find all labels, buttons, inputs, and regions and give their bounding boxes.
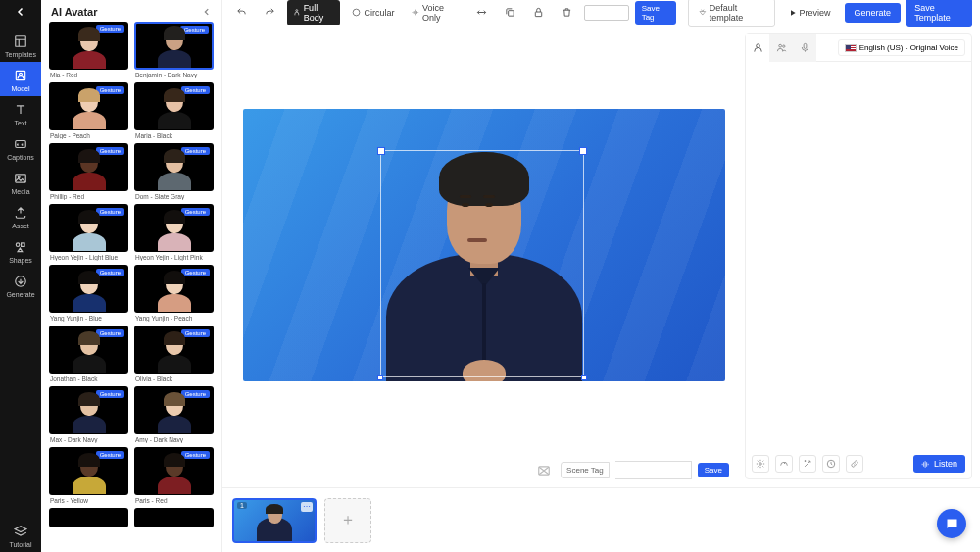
text-icon: [13, 102, 28, 118]
avatar-card[interactable]: Gesture: [134, 447, 214, 495]
shapes-icon: [13, 239, 28, 255]
svg-rect-0: [16, 36, 26, 47]
rail-label: Templates: [5, 51, 36, 58]
avatar-card[interactable]: Gesture: [134, 265, 214, 313]
rail-label: Text: [15, 120, 27, 126]
svg-point-9: [296, 10, 298, 12]
rail-label: Model: [11, 85, 29, 92]
avatar-caption: Paige - Peach: [49, 130, 128, 139]
svg-point-15: [778, 44, 781, 47]
avatar-card[interactable]: Gesture: [49, 265, 128, 313]
circular-label: Circular: [364, 8, 394, 18]
rp-history-icon[interactable]: [822, 455, 840, 473]
avatar-card[interactable]: Gesture: [49, 204, 128, 252]
scene-menu-icon[interactable]: ⋯: [301, 502, 313, 512]
avatar-card[interactable]: Gesture: [134, 386, 214, 434]
tab-person[interactable]: [746, 34, 769, 62]
avatar-card[interactable]: Gesture: [49, 386, 128, 434]
rp-link-icon[interactable]: [846, 455, 863, 473]
svg-rect-17: [804, 43, 807, 48]
swap-icon[interactable]: [470, 4, 493, 21]
avatar-card[interactable]: [134, 508, 214, 527]
svg-point-18: [760, 463, 762, 466]
avatar-card[interactable]: Gesture: [134, 82, 214, 130]
default-template-button[interactable]: Default template: [688, 0, 774, 27]
canvas-area: Scene Tag Save: [222, 25, 745, 487]
avatar-card[interactable]: Gesture: [49, 22, 128, 70]
tag-input[interactable]: [584, 5, 629, 21]
avatar-card[interactable]: [49, 508, 128, 527]
language-selector[interactable]: English (US) - Original Voice: [838, 39, 965, 56]
scene-tag-label: Scene Tag: [561, 462, 610, 478]
collapse-panel-icon[interactable]: [202, 7, 212, 17]
rail-shapes[interactable]: Shapes: [0, 233, 41, 268]
scene-settings-icon[interactable]: [537, 464, 551, 477]
rail-label: Shapes: [9, 257, 32, 264]
back-button[interactable]: [15, 6, 26, 18]
avatar-caption: Hyeon Yejin - Light Pink: [134, 252, 214, 261]
rail-media[interactable]: Media: [0, 165, 41, 199]
avatar-card[interactable]: Gesture: [134, 143, 214, 191]
tutorial-icon: [13, 524, 28, 539]
avatar-card[interactable]: Gesture: [49, 143, 128, 191]
rail-label: Media: [11, 188, 29, 195]
default-template-label: Default template: [710, 3, 764, 23]
rail-captions[interactable]: Captions: [0, 130, 41, 165]
avatar-caption: Benjamin - Dark Navy: [134, 70, 214, 78]
svg-point-10: [354, 9, 361, 16]
rail-model[interactable]: Model: [0, 62, 41, 96]
circular-button[interactable]: Circular: [346, 5, 400, 21]
save-template-button[interactable]: Save Template: [906, 0, 972, 27]
scene-save-button[interactable]: Save: [698, 463, 729, 477]
avatar-card[interactable]: Gesture: [49, 326, 128, 374]
add-scene-button[interactable]: ＋: [324, 498, 371, 543]
tab-people[interactable]: [769, 34, 793, 62]
rp-settings-icon[interactable]: [752, 455, 769, 473]
rail-text[interactable]: Text: [0, 96, 41, 130]
rail-tutorial[interactable]: Tutorial: [0, 518, 41, 552]
avatar-panel: AI Avatar GestureMia - RedGestureBenjami…: [41, 0, 222, 552]
rp-speed-icon[interactable]: [775, 455, 793, 473]
script-editor[interactable]: [746, 62, 971, 449]
avatar-card[interactable]: Gesture: [134, 22, 214, 70]
svg-rect-11: [508, 11, 514, 17]
avatar-caption: Hyeon Yejin - Light Blue: [49, 252, 128, 261]
rail-templates[interactable]: Templates: [0, 27, 41, 62]
generate-icon: [13, 274, 28, 289]
redo-button[interactable]: [259, 4, 281, 21]
generate-button[interactable]: Generate: [845, 3, 902, 23]
lock-icon[interactable]: [527, 4, 550, 21]
rail-asset[interactable]: Asset: [0, 199, 41, 233]
top-toolbar: Full Body Circular Voice Only Save Tag D…: [222, 0, 980, 25]
tab-mic[interactable]: [793, 34, 816, 62]
svg-point-6: [16, 243, 20, 247]
rail-generate[interactable]: Generate: [0, 268, 41, 302]
delete-icon[interactable]: [556, 4, 578, 21]
voice-only-button[interactable]: Voice Only: [406, 0, 464, 25]
avatar-caption: Amy - Dark Navy: [134, 434, 214, 443]
save-tag-button[interactable]: Save Tag: [635, 1, 676, 25]
avatar-caption: Yang Yunjin - Blue: [49, 313, 128, 322]
canvas[interactable]: [243, 109, 725, 381]
avatar-caption: Paris - Yellow: [49, 495, 128, 504]
chat-fab[interactable]: [937, 509, 966, 538]
rp-wand-icon[interactable]: [799, 455, 816, 473]
flag-us-icon: [845, 44, 857, 52]
undo-button[interactable]: [230, 4, 253, 21]
avatar-caption: Jonathan - Black: [49, 374, 128, 382]
avatar-card[interactable]: Gesture: [49, 447, 128, 495]
selection-box[interactable]: [380, 150, 584, 377]
scene-tag-input[interactable]: [615, 461, 692, 479]
right-panel: English (US) - Original Voice Listen: [745, 33, 972, 479]
copy-icon[interactable]: [499, 4, 521, 21]
full-body-button[interactable]: Full Body: [287, 0, 340, 25]
timeline-scene[interactable]: 1 ⋯: [232, 498, 317, 543]
listen-button[interactable]: Listen: [913, 455, 965, 473]
avatar-card[interactable]: Gesture: [134, 204, 214, 252]
avatar-card[interactable]: Gesture: [49, 82, 128, 130]
avatar-card[interactable]: Gesture: [134, 326, 214, 374]
avatar-caption: Dom - Slate Gray: [134, 191, 214, 200]
avatar-caption: Mia - Red: [49, 70, 128, 78]
avatar-caption: Maria - Black: [134, 130, 214, 139]
preview-button[interactable]: Preview: [781, 4, 839, 22]
